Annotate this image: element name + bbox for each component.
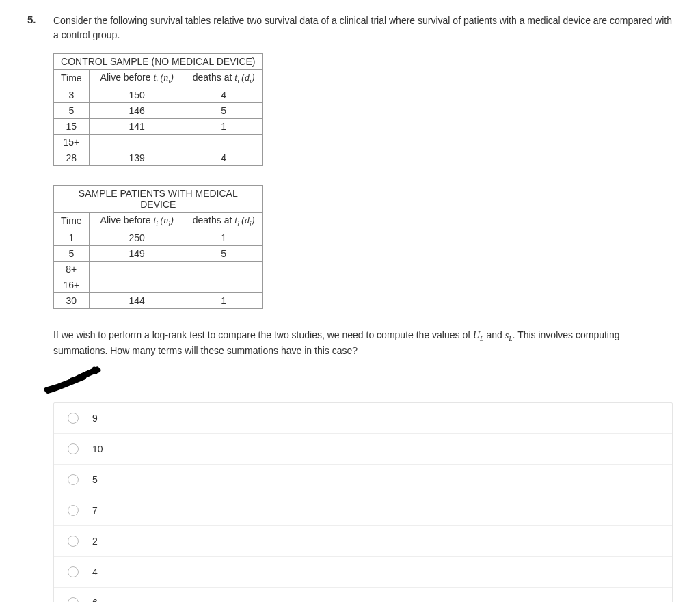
table-row: 51465	[54, 102, 263, 118]
question-text: Consider the following survival tables r…	[53, 14, 673, 42]
question-container: 5. Consider the following survival table…	[27, 14, 673, 602]
option-label: 9	[92, 413, 98, 424]
table-row: 31504	[54, 87, 263, 102]
table-row: 8+	[54, 261, 263, 277]
radio-icon[interactable]	[68, 597, 79, 602]
scribble-annotation	[41, 362, 673, 397]
answer-options: 9 10 5 7 2 4 6	[53, 402, 673, 602]
table-row: 16+	[54, 277, 263, 292]
option-7[interactable]: 7	[54, 495, 672, 526]
table-row: 51495	[54, 245, 263, 261]
question-body: Consider the following survival tables r…	[53, 14, 673, 602]
control-sample-table: CONTROL SAMPLE (NO MEDICAL DEVICE) Time …	[53, 53, 263, 166]
table2-title: SAMPLE PATIENTS WITH MEDICAL DEVICE	[54, 185, 263, 212]
option-label: 5	[92, 474, 98, 485]
option-label: 2	[92, 536, 98, 547]
radio-icon[interactable]	[68, 566, 79, 577]
table-row: 301441	[54, 292, 263, 308]
radio-icon[interactable]	[68, 474, 79, 485]
table1-header-alive: Alive before ti (ni)	[89, 70, 185, 87]
option-label: 10	[92, 443, 103, 454]
option-label: 4	[92, 566, 98, 577]
table2-header-alive: Alive before ti (ni)	[89, 212, 185, 230]
table1-title: CONTROL SAMPLE (NO MEDICAL DEVICE)	[54, 54, 263, 70]
table-row: 151411	[54, 118, 263, 134]
radio-icon[interactable]	[68, 536, 79, 547]
table1-header-time: Time	[54, 70, 90, 87]
table2-header-time: Time	[54, 212, 90, 230]
followup-text: If we wish to perform a log-rank test to…	[53, 328, 673, 358]
table-row: 281394	[54, 150, 263, 165]
option-4[interactable]: 4	[54, 557, 672, 588]
question-number: 5.	[27, 14, 42, 602]
table1-header-deaths: deaths at ti (di)	[185, 70, 262, 87]
table2-header-deaths: deaths at ti (di)	[185, 212, 262, 230]
table-row: 15+	[54, 134, 263, 150]
option-9[interactable]: 9	[54, 403, 672, 434]
option-5[interactable]: 5	[54, 465, 672, 495]
radio-icon[interactable]	[68, 505, 79, 516]
table-row: 12501	[54, 230, 263, 245]
option-label: 6	[92, 597, 98, 602]
option-10[interactable]: 10	[54, 434, 672, 465]
radio-icon[interactable]	[68, 413, 79, 424]
option-2[interactable]: 2	[54, 526, 672, 557]
option-6[interactable]: 6	[54, 588, 672, 602]
option-label: 7	[92, 505, 98, 516]
radio-icon[interactable]	[68, 443, 79, 454]
medical-device-table: SAMPLE PATIENTS WITH MEDICAL DEVICE Time…	[53, 185, 263, 309]
